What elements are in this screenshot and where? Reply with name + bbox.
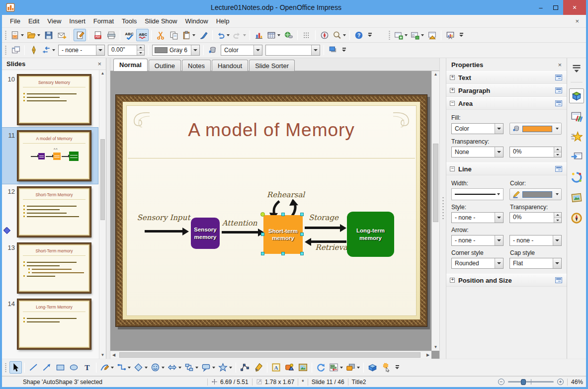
toolbar-overflow-icon[interactable]: [395, 365, 399, 371]
selection-handle[interactable]: [281, 252, 285, 255]
expand-icon[interactable]: [450, 278, 455, 283]
scroll-left-icon[interactable]: ◀: [110, 351, 117, 359]
arrow-sensory-input[interactable]: [145, 230, 182, 233]
print-button[interactable]: [105, 29, 117, 41]
glue-points-button[interactable]: [252, 361, 264, 374]
menu-file[interactable]: File: [6, 16, 24, 26]
chevron-down-icon[interactable]: [96, 45, 104, 55]
dropdown-arrow-icon[interactable]: [195, 367, 198, 369]
start-slideshow-button[interactable]: [444, 29, 456, 41]
slide-thumbnail-10[interactable]: 10Sensory Memory: [2, 72, 98, 128]
tab-handout[interactable]: Handout: [212, 60, 248, 71]
arrow-storage[interactable]: [305, 227, 340, 229]
menu-insert[interactable]: Insert: [65, 16, 89, 26]
interaction-button[interactable]: [380, 361, 392, 374]
slides-scrollbar[interactable]: ▲ ▼: [99, 70, 106, 359]
tab-slide-sorter[interactable]: Slide Sorter: [249, 60, 295, 71]
copy-button[interactable]: [168, 29, 180, 41]
menu-slide-show[interactable]: Slide Show: [141, 16, 181, 26]
cut-button[interactable]: [154, 29, 167, 41]
spin-down-icon[interactable]: [554, 218, 561, 223]
text-button[interactable]: T: [81, 361, 93, 374]
corner-style-select[interactable]: Rounded: [451, 258, 504, 269]
dropdown-arrow-icon[interactable]: [357, 367, 360, 369]
toolbar-grip[interactable]: [388, 30, 391, 40]
zoom-in-icon[interactable]: +: [557, 379, 564, 385]
slide-thumbnail-14[interactable]: 14Long-Term Memory: [2, 296, 98, 352]
display-grid-button[interactable]: [300, 29, 313, 41]
dropdown-arrow-icon[interactable]: [227, 34, 230, 36]
dropdown-arrow-icon[interactable]: [243, 34, 246, 36]
dropdown-arrow-icon[interactable]: [128, 367, 131, 369]
menu-window[interactable]: Window: [181, 16, 212, 26]
scroll-up-icon[interactable]: ▲: [99, 70, 106, 77]
area-dialog-button[interactable]: [206, 44, 219, 57]
line-width-spinner[interactable]: 0.00": [108, 45, 145, 56]
gallery-shapes-button[interactable]: [283, 361, 296, 374]
new-slide-button[interactable]: [393, 29, 409, 41]
line-color-button[interactable]: [509, 188, 562, 200]
connector-button[interactable]: [116, 361, 132, 374]
arrow-attention[interactable]: [222, 231, 258, 233]
animation-indicator-icon[interactable]: [3, 227, 10, 234]
cap-style-select[interactable]: Flat: [509, 258, 562, 269]
zoom-button[interactable]: [332, 29, 347, 41]
insert-picture-button[interactable]: [297, 361, 309, 374]
arrow-start-select[interactable]: - none -: [451, 235, 504, 246]
close-document-icon[interactable]: ×: [572, 17, 582, 25]
dialog-launcher-icon[interactable]: [555, 100, 562, 106]
toolbar-overflow-icon[interactable]: [368, 33, 372, 39]
toolbar-grip[interactable]: [4, 30, 7, 40]
insert-table-button[interactable]: [266, 29, 281, 41]
maximize-button[interactable]: [548, 0, 563, 15]
select-button[interactable]: [9, 361, 22, 374]
curve-button[interactable]: [99, 361, 115, 374]
line-width-select[interactable]: [451, 188, 504, 200]
spin-down-icon[interactable]: [137, 50, 144, 56]
tab-notes[interactable]: Notes: [182, 60, 211, 71]
fill-type-select[interactable]: Color: [451, 123, 504, 134]
new-document-button[interactable]: [9, 29, 25, 41]
export-pdf-button[interactable]: PDF: [91, 29, 104, 41]
sidebar-tab-gallery[interactable]: [569, 190, 584, 205]
fill-color-button[interactable]: [509, 123, 562, 135]
label-sensory-input[interactable]: Sensory Input: [134, 213, 193, 222]
format-paintbrush-button[interactable]: [197, 29, 210, 41]
dropdown-arrow-icon[interactable]: [212, 367, 215, 369]
dropdown-arrow-icon[interactable]: [497, 193, 500, 195]
selection-handle[interactable]: [260, 212, 265, 217]
tab-outline[interactable]: Outline: [149, 60, 181, 71]
sidebar-tab-custom-animation[interactable]: [569, 129, 584, 144]
zoom-track[interactable]: [508, 381, 554, 383]
label-attention[interactable]: Attention: [218, 219, 261, 228]
dropdown-arrow-icon[interactable]: [340, 367, 343, 369]
block-arrows-button[interactable]: [167, 361, 182, 374]
dropdown-arrow-icon[interactable]: [178, 367, 181, 369]
sidebar-tab-sidebar-menu[interactable]: [569, 61, 584, 76]
close-icon[interactable]: ×: [97, 60, 101, 68]
dropdown-arrow-icon[interactable]: [21, 34, 24, 36]
dropdown-arrow-icon[interactable]: [556, 193, 559, 195]
line-dialog-button[interactable]: [27, 44, 40, 57]
stars-button[interactable]: [217, 361, 233, 374]
expand-icon[interactable]: [450, 75, 455, 80]
rectangle-button[interactable]: [54, 361, 67, 374]
dropdown-arrow-icon[interactable]: [192, 34, 195, 36]
dropdown-arrow-icon[interactable]: [52, 49, 55, 51]
selection-handle[interactable]: [300, 252, 304, 255]
slide-design-button[interactable]: [426, 29, 438, 41]
menu-help[interactable]: Help: [212, 16, 234, 26]
close-button[interactable]: ×: [563, 0, 586, 15]
zoom-slider[interactable]: − +: [498, 379, 564, 385]
spellcheck-button[interactable]: ABC: [123, 29, 135, 41]
dialog-launcher-icon[interactable]: [555, 277, 562, 283]
sidebar-tab-master-pages[interactable]: [569, 109, 584, 124]
dropdown-arrow-icon[interactable]: [343, 34, 346, 36]
dropdown-arrow-icon[interactable]: [229, 367, 232, 369]
menu-tools[interactable]: Tools: [118, 16, 141, 26]
sidebar-tab-properties[interactable]: [569, 88, 584, 103]
open-button[interactable]: [26, 29, 41, 41]
dropdown-arrow-icon[interactable]: [111, 367, 114, 369]
menu-edit[interactable]: Edit: [24, 16, 43, 26]
sidebar-tab-navigator[interactable]: [569, 211, 584, 226]
